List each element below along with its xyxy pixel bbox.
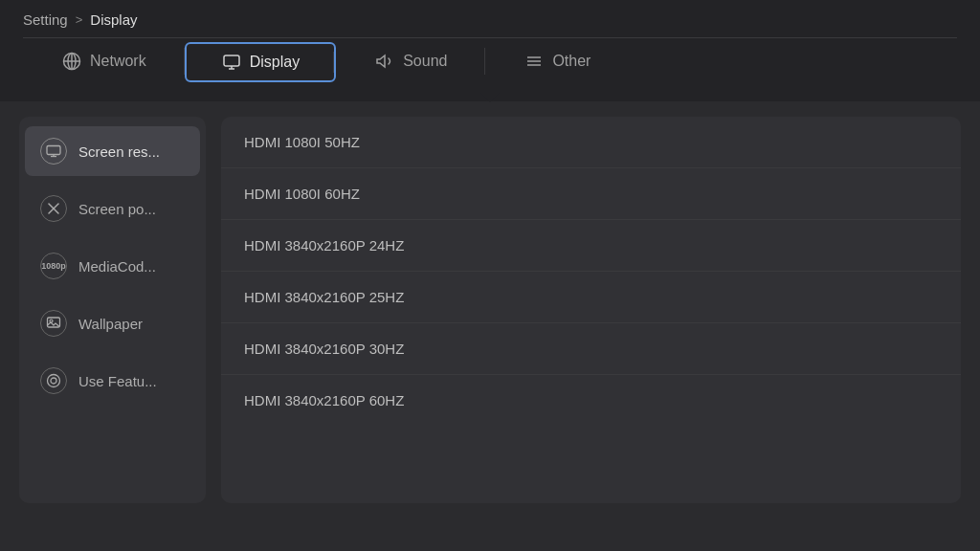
svg-rect-4 bbox=[224, 55, 239, 66]
panel-resolution-item[interactable]: HDMI 1080I 60HZ bbox=[221, 168, 961, 220]
sidebar-item-mediacode[interactable]: 1080pMediaCod... bbox=[25, 241, 200, 291]
content-area: Screen res... Screen po...1080pMediaCod.… bbox=[0, 101, 980, 518]
use-featu-icon bbox=[40, 367, 67, 394]
tab-arrow-indicator bbox=[0, 86, 980, 101]
network-icon bbox=[61, 51, 82, 72]
breadcrumb-separator: > bbox=[76, 12, 83, 27]
svg-point-16 bbox=[50, 320, 53, 322]
sidebar: Screen res... Screen po...1080pMediaCod.… bbox=[19, 117, 206, 503]
breadcrumb-current: Display bbox=[90, 11, 137, 28]
panel-resolution-item[interactable]: HDMI 3840x2160P 60HZ bbox=[221, 375, 961, 426]
svg-point-18 bbox=[51, 378, 56, 384]
other-tab-label: Other bbox=[552, 53, 590, 70]
sound-tab-label: Sound bbox=[403, 53, 447, 70]
panel-resolution-item[interactable]: HDMI 1080I 50HZ bbox=[221, 117, 961, 168]
display-icon bbox=[221, 52, 242, 73]
breadcrumb: Setting > Display bbox=[23, 11, 957, 37]
screen-po-icon bbox=[40, 195, 67, 222]
sound-icon bbox=[374, 51, 395, 72]
screen-res-icon bbox=[40, 138, 67, 165]
panel-resolution-item[interactable]: HDMI 3840x2160P 25HZ bbox=[221, 272, 961, 323]
svg-point-17 bbox=[48, 375, 60, 387]
sidebar-item-screen-res[interactable]: Screen res... bbox=[25, 126, 200, 176]
panel-resolution-item[interactable]: HDMI 3840x2160P 24HZ bbox=[221, 220, 961, 272]
network-tab-label: Network bbox=[90, 53, 146, 70]
use-featu-label: Use Featu... bbox=[78, 373, 157, 389]
wallpaper-icon bbox=[40, 310, 67, 337]
sidebar-item-use-featu[interactable]: Use Featu... bbox=[25, 356, 200, 406]
sidebar-item-screen-po[interactable]: Screen po... bbox=[25, 184, 200, 233]
tab-sound[interactable]: Sound bbox=[336, 39, 485, 85]
screen-po-label: Screen po... bbox=[78, 201, 156, 217]
breadcrumb-root: Setting bbox=[23, 11, 68, 28]
mediacode-label: MediaCod... bbox=[78, 258, 156, 275]
tab-other[interactable]: Other bbox=[485, 39, 629, 85]
panel-resolution-item[interactable]: HDMI 3840x2160P 30HZ bbox=[221, 323, 961, 375]
header: Setting > Display Network Display Sound … bbox=[0, 0, 980, 86]
display-tab-label: Display bbox=[250, 54, 300, 71]
tab-display[interactable]: Display bbox=[185, 42, 336, 82]
wallpaper-label: Wallpaper bbox=[78, 316, 143, 332]
tab-bar: Network Display Sound Other bbox=[23, 37, 957, 86]
tab-network[interactable]: Network bbox=[23, 39, 185, 85]
panel: HDMI 1080I 50HZHDMI 1080I 60HZHDMI 3840x… bbox=[221, 117, 961, 503]
svg-rect-10 bbox=[47, 146, 60, 155]
other-icon bbox=[523, 51, 545, 72]
sidebar-item-wallpaper[interactable]: Wallpaper bbox=[25, 298, 200, 348]
mediacode-icon: 1080p bbox=[40, 253, 67, 279]
screen-res-label: Screen res... bbox=[78, 143, 160, 160]
